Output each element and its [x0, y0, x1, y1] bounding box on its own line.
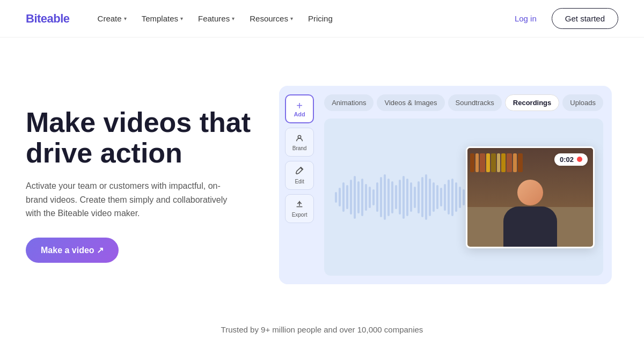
tab-videos-images[interactable]: Videos & Images: [377, 94, 444, 111]
nav-item-templates[interactable]: Templates ▾: [135, 10, 189, 27]
tab-animations[interactable]: Animations: [324, 94, 374, 111]
hero-content: Make videos that drive action Activate y…: [26, 107, 273, 263]
nav-item-features[interactable]: Features ▾: [192, 10, 241, 27]
hero-description: Activate your team or customers with imp…: [26, 179, 240, 220]
person-body: [503, 206, 557, 247]
nav-links: Create ▾ Templates ▾ Features ▾ Resource…: [91, 10, 508, 27]
nav-item-resources[interactable]: Resources ▾: [243, 10, 299, 27]
sidebar-add-button[interactable]: + Add: [285, 94, 314, 123]
mockup-main-content: Animations Videos & Images Soundtracks R…: [320, 86, 612, 284]
trusted-banner: Trusted by 9+ million people and over 10…: [0, 316, 644, 343]
mockup-ui: + Add Brand Edit: [279, 86, 612, 284]
navbar: Biteable Create ▾ Templates ▾ Features ▾…: [0, 0, 644, 38]
tab-uploads[interactable]: Uploads: [562, 94, 603, 111]
mockup-sidebar: + Add Brand Edit: [279, 86, 320, 284]
brand-icon: [295, 133, 304, 144]
video-thumbnail: 0:02: [466, 146, 595, 248]
chevron-down-icon: ▾: [124, 16, 127, 21]
hero-section: Make videos that drive action Activate y…: [0, 38, 644, 316]
cta-button[interactable]: Make a video ↗: [26, 238, 119, 263]
hero-title: Make videos that drive action: [26, 107, 273, 168]
logo[interactable]: Biteable: [26, 12, 70, 26]
recording-indicator: [577, 157, 582, 162]
recording-area: const heights = [20,35,55,45,65,80,60,70…: [324, 119, 603, 276]
content-tabs: Animations Videos & Images Soundtracks R…: [324, 94, 603, 111]
nav-item-pricing[interactable]: Pricing: [302, 10, 339, 27]
person-figure: [503, 180, 557, 247]
logo-part2: able: [47, 12, 70, 25]
timer-badge: 0:02: [554, 153, 588, 166]
edit-icon: [295, 166, 304, 178]
nav-right: Log in Get started: [508, 8, 618, 29]
tab-recordings[interactable]: Recordings: [505, 94, 560, 111]
timer-text: 0:02: [560, 156, 574, 164]
sidebar-brand-button[interactable]: Brand: [285, 128, 314, 157]
get-started-button[interactable]: Get started: [552, 8, 618, 29]
nav-item-create[interactable]: Create ▾: [91, 10, 133, 27]
svg-point-0: [298, 136, 301, 138]
tab-soundtracks[interactable]: Soundtracks: [448, 94, 502, 111]
export-icon: [295, 200, 304, 211]
plus-icon: +: [296, 100, 303, 111]
login-button[interactable]: Log in: [508, 10, 543, 27]
trusted-text: Trusted by 9+ million people and over 10…: [221, 325, 423, 334]
chevron-down-icon: ▾: [180, 16, 183, 21]
logo-part1: Bite: [26, 12, 47, 25]
hero-mockup: + Add Brand Edit: [273, 86, 618, 284]
chevron-down-icon: ▾: [290, 16, 293, 21]
chevron-down-icon: ▾: [232, 16, 235, 21]
sidebar-export-button[interactable]: Export: [285, 194, 314, 223]
person-head: [517, 180, 543, 205]
sidebar-edit-button[interactable]: Edit: [285, 161, 314, 190]
